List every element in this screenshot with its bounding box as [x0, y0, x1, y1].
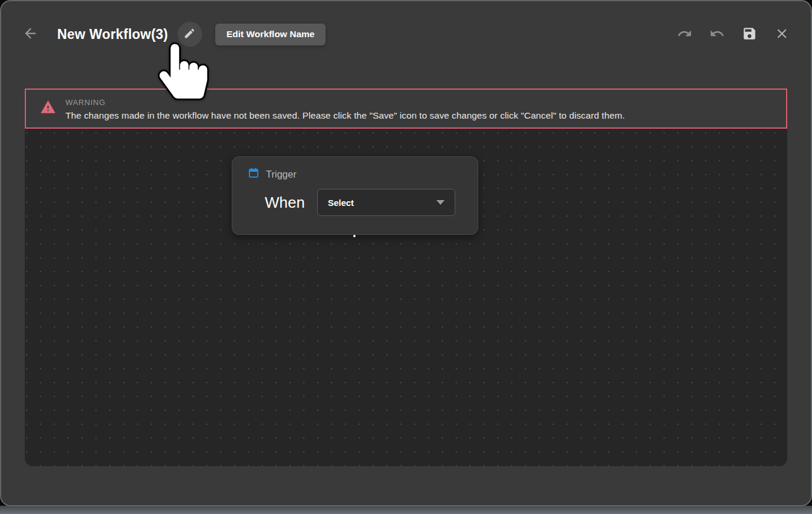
warning-label: WARNING [65, 96, 625, 107]
topbar: New Workflow(3) Edit Workflow Name [1, 1, 811, 67]
close-icon [774, 26, 790, 43]
workflow-title: New Workflow(3) [57, 27, 168, 42]
trigger-select-dropdown[interactable]: Select [317, 189, 455, 216]
edit-workflow-name-tooltip: Edit Workflow Name [215, 24, 326, 45]
back-button[interactable] [22, 25, 38, 43]
unsaved-changes-warning-banner: WARNING The changes made in the workflow… [25, 89, 787, 129]
trigger-select-value: Select [328, 198, 354, 208]
warning-text-block: WARNING The changes made in the workflow… [65, 96, 625, 121]
when-label: When [265, 194, 305, 212]
workflow-canvas[interactable]: Trigger When Select [25, 129, 787, 466]
close-button[interactable] [774, 26, 790, 43]
chevron-down-icon [436, 200, 445, 205]
save-button[interactable] [742, 26, 757, 43]
redo-button[interactable] [677, 26, 692, 43]
pencil-icon [183, 27, 196, 41]
back-arrow-icon [22, 25, 38, 43]
trigger-node-card[interactable]: Trigger When Select [232, 156, 478, 235]
warning-message: The changes made in the workflow have no… [65, 110, 625, 121]
undo-button[interactable] [709, 26, 725, 43]
node-connector-dot[interactable] [353, 235, 356, 237]
undo-icon [709, 26, 725, 43]
warning-triangle-icon [40, 99, 56, 117]
workflow-editor-window: New Workflow(3) Edit Workflow Name [0, 0, 812, 506]
redo-icon [677, 26, 692, 43]
calendar-icon [248, 167, 259, 181]
trigger-card-header: Trigger [248, 167, 462, 181]
trigger-when-row: When Select [248, 189, 462, 216]
edit-workflow-name-button[interactable] [177, 22, 202, 47]
topbar-actions [677, 26, 790, 43]
save-icon [742, 26, 757, 43]
background-page-edge [0, 506, 812, 514]
trigger-card-title: Trigger [266, 169, 297, 180]
